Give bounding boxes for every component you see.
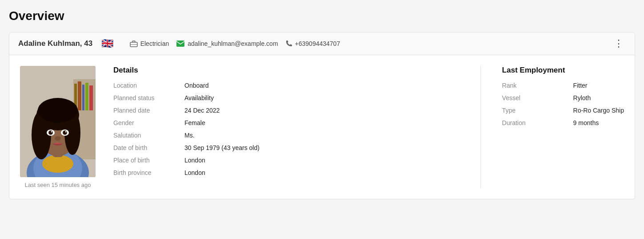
page-wrapper: Overview Adaline Kuhlman, 43 🇬🇧 Electric… bbox=[9, 9, 635, 199]
detail-row: Place of birth London bbox=[113, 157, 459, 164]
email-item: adaline_kuhlman@example.com bbox=[176, 40, 278, 47]
last-seen-label: Last seen 15 minutes ago bbox=[25, 182, 91, 188]
more-menu-button[interactable]: ⋮ bbox=[612, 39, 626, 49]
svg-point-19 bbox=[38, 98, 78, 123]
employment-column: Last Employment Rank Fitter Vessel Rylot… bbox=[502, 66, 624, 188]
details-rows: Location Onboard Planned status Availabi… bbox=[113, 82, 459, 176]
profile-photo-svg bbox=[20, 66, 96, 177]
briefcase-icon bbox=[130, 40, 138, 47]
detail-value: 24 Dec 2022 bbox=[184, 107, 459, 114]
detail-value: Ms. bbox=[184, 132, 459, 139]
page-title: Overview bbox=[9, 9, 635, 23]
profession-item: Electrician bbox=[130, 40, 169, 47]
detail-row: Salutation Ms. bbox=[113, 132, 459, 139]
vertical-divider bbox=[480, 66, 481, 188]
detail-row: Gender Female bbox=[113, 119, 459, 126]
employment-row: Vessel Ryloth bbox=[502, 94, 624, 101]
details-column: Details Location Onboard Planned status … bbox=[113, 66, 459, 188]
detail-label: Salutation bbox=[113, 132, 184, 139]
header-bar: Adaline Kuhlman, 43 🇬🇧 Electrician ada bbox=[9, 32, 635, 55]
profession-label: Electrician bbox=[140, 40, 169, 47]
detail-row: Planned status Availability bbox=[113, 94, 459, 101]
employment-value: Ro-Ro Cargo Ship bbox=[573, 107, 624, 114]
detail-label: Planned date bbox=[113, 107, 184, 114]
phone-item: +639094434707 bbox=[285, 40, 340, 47]
detail-row: Location Onboard bbox=[113, 82, 459, 89]
header-name: Adaline Kuhlman, 43 bbox=[18, 39, 92, 48]
employment-title: Last Employment bbox=[502, 66, 624, 75]
employment-value: Ryloth bbox=[573, 94, 624, 101]
detail-label: Planned status bbox=[113, 94, 184, 101]
employment-label: Rank bbox=[502, 82, 573, 89]
detail-value: Availability bbox=[184, 94, 459, 101]
detail-value: Female bbox=[184, 119, 459, 126]
svg-rect-8 bbox=[85, 83, 88, 110]
detail-label: Birth province bbox=[113, 169, 184, 176]
svg-rect-6 bbox=[78, 81, 81, 110]
detail-value: London bbox=[184, 157, 459, 164]
detail-label: Place of birth bbox=[113, 157, 184, 164]
svg-rect-7 bbox=[82, 85, 84, 110]
phone-label: +639094434707 bbox=[295, 40, 340, 47]
svg-point-23 bbox=[51, 131, 52, 133]
detail-row: Birth province London bbox=[113, 169, 459, 176]
svg-point-12 bbox=[42, 155, 73, 173]
profile-card: Adaline Kuhlman, 43 🇬🇧 Electrician ada bbox=[9, 32, 635, 199]
employment-rows: Rank Fitter Vessel Ryloth Type Ro-Ro Car… bbox=[502, 82, 624, 126]
flag-icon: 🇬🇧 bbox=[101, 39, 113, 49]
phone-icon bbox=[285, 40, 292, 47]
detail-value: London bbox=[184, 169, 459, 176]
profile-photo bbox=[20, 66, 96, 177]
details-title: Details bbox=[113, 66, 459, 75]
email-label: adaline_kuhlman@example.com bbox=[188, 40, 278, 47]
detail-row: Date of birth 30 Sep 1979 (43 years old) bbox=[113, 144, 459, 151]
employment-label: Duration bbox=[502, 119, 573, 126]
svg-point-27 bbox=[65, 131, 67, 133]
employment-row: Duration 9 months bbox=[502, 119, 624, 126]
detail-label: Date of birth bbox=[113, 144, 184, 151]
detail-label: Gender bbox=[113, 119, 184, 126]
detail-value: Onboard bbox=[184, 82, 459, 89]
employment-label: Vessel bbox=[502, 94, 573, 101]
detail-value: 30 Sep 1979 (43 years old) bbox=[184, 144, 459, 151]
svg-rect-2 bbox=[176, 41, 184, 47]
content-area: Last seen 15 minutes ago Details Locatio… bbox=[9, 55, 635, 199]
svg-point-28 bbox=[55, 136, 61, 141]
employment-label: Type bbox=[502, 107, 573, 114]
separator-1 bbox=[120, 40, 122, 48]
email-icon bbox=[176, 40, 185, 47]
employment-value: Fitter bbox=[573, 82, 624, 89]
detail-row: Planned date 24 Dec 2022 bbox=[113, 107, 459, 114]
detail-label: Location bbox=[113, 82, 184, 89]
svg-rect-9 bbox=[89, 85, 93, 110]
employment-value: 9 months bbox=[573, 119, 624, 126]
employment-row: Type Ro-Ro Cargo Ship bbox=[502, 107, 624, 114]
employment-row: Rank Fitter bbox=[502, 82, 624, 89]
left-column: Last seen 15 minutes ago bbox=[20, 66, 96, 188]
